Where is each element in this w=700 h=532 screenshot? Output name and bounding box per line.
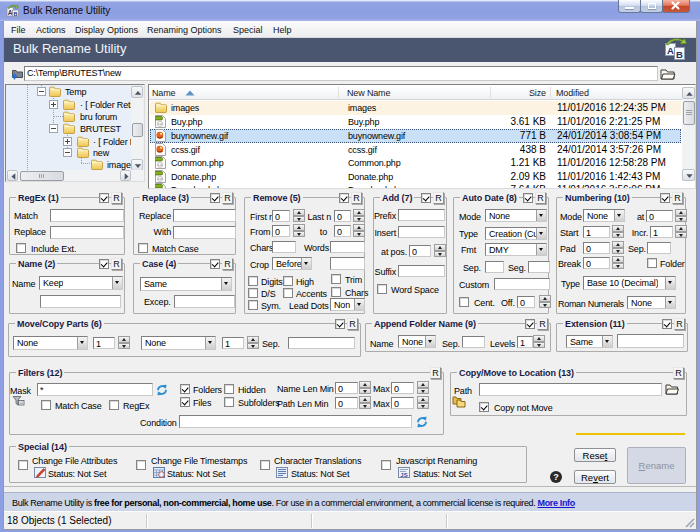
- svg-text:B: B: [14, 11, 18, 17]
- svg-text:A: A: [667, 45, 674, 56]
- svg-text:JS: JS: [400, 472, 407, 478]
- svg-text:B: B: [676, 49, 683, 60]
- svg-text:A: A: [8, 9, 13, 16]
